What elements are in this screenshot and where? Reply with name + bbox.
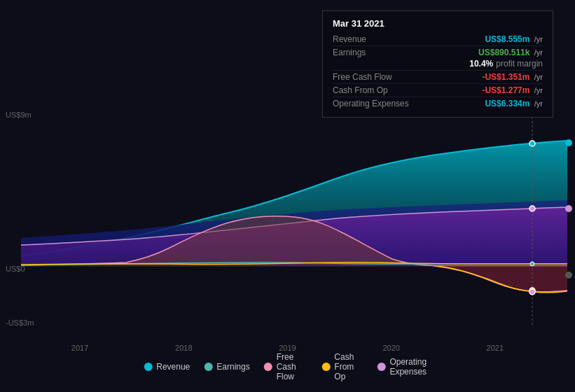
legend-dot-earnings — [204, 363, 212, 371]
legend-dot-fcf — [264, 363, 272, 371]
tooltip-fcf-row: Free Cash Flow -US$1.351m /yr — [333, 71, 543, 84]
tooltip-revenue-row: Revenue US$8.555m /yr — [333, 33, 543, 46]
legend-label-revenue: Revenue — [156, 362, 190, 372]
legend-fcf[interactable]: Free Cash Flow — [264, 352, 308, 382]
svg-point-6 — [530, 262, 534, 266]
x-label-2020: 2020 — [382, 344, 399, 352]
profit-margin: 10.4%profit margin — [469, 59, 543, 69]
fcf-label: Free Cash Flow — [333, 72, 392, 82]
opex-label: Operating Expenses — [333, 99, 409, 108]
x-label-2021: 2021 — [487, 344, 504, 352]
svg-point-2 — [529, 141, 535, 146]
fcf-value: -US$1.351m /yr — [482, 72, 543, 82]
x-label-2018: 2018 — [175, 344, 192, 352]
legend-dot-revenue — [144, 363, 152, 371]
legend-label-opex: Operating Expenses — [389, 357, 431, 377]
chart-container: Mar 31 2021 Revenue US$8.555m /yr Earnin… — [0, 0, 575, 392]
revenue-label: Revenue — [333, 34, 366, 44]
x-label-2017: 2017 — [71, 344, 88, 352]
legend-dot-cfo — [321, 363, 330, 371]
legend-earnings[interactable]: Earnings — [204, 362, 249, 372]
chart-svg — [0, 108, 575, 336]
x-axis: 2017 2018 2019 2020 2021 — [0, 344, 575, 352]
right-dot-zero — [565, 272, 572, 279]
tooltip-earnings-row: Earnings US$890.511k /yr 10.4%profit mar… — [333, 46, 543, 71]
earnings-value: US$890.511k /yr — [469, 48, 543, 57]
tooltip-date: Mar 31 2021 — [333, 18, 543, 29]
legend-label-earnings: Earnings — [216, 362, 249, 372]
legend-cfo[interactable]: Cash From Op — [321, 352, 363, 382]
svg-point-3 — [529, 206, 535, 211]
tooltip-cfo-row: Cash From Op -US$1.277m /yr — [333, 84, 543, 97]
legend-revenue[interactable]: Revenue — [144, 362, 190, 372]
x-label-2019: 2019 — [279, 344, 296, 352]
revenue-value: US$8.555m /yr — [485, 34, 543, 44]
cfo-value: -US$1.277m /yr — [482, 85, 543, 95]
tooltip-card: Mar 31 2021 Revenue US$8.555m /yr Earnin… — [322, 10, 553, 118]
legend-label-fcf: Free Cash Flow — [277, 352, 308, 382]
legend: Revenue Earnings Free Cash Flow Cash Fro… — [144, 352, 431, 382]
right-dot-revenue — [565, 139, 572, 146]
legend-dot-opex — [377, 363, 385, 371]
tooltip-opex-row: Operating Expenses US$6.334m /yr — [333, 97, 543, 110]
legend-opex[interactable]: Operating Expenses — [377, 357, 431, 377]
right-dot-opex — [565, 205, 572, 212]
cfo-label: Cash From Op — [333, 85, 388, 95]
legend-label-cfo: Cash From Op — [334, 352, 363, 382]
svg-point-5 — [529, 289, 535, 295]
earnings-label: Earnings — [333, 48, 366, 57]
opex-value: US$6.334m /yr — [485, 99, 543, 108]
